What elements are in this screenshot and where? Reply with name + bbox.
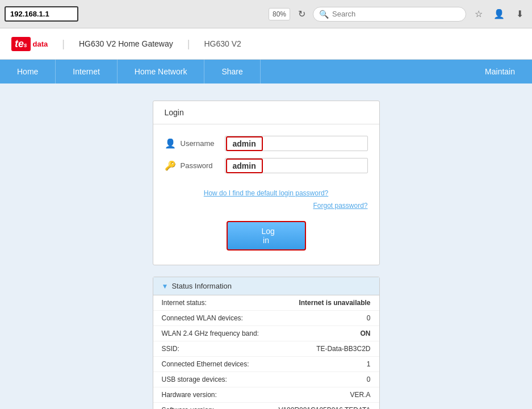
forgot-link[interactable]: Forgot password? xyxy=(313,202,367,210)
key-icon: 🔑 xyxy=(165,160,176,171)
username-label: Username xyxy=(181,139,220,148)
search-input[interactable] xyxy=(332,10,460,18)
search-bar-container: 🔍 xyxy=(313,7,466,22)
status-value: Internet is unavailable xyxy=(269,295,379,311)
username-row: 👤 Username admin xyxy=(165,136,368,151)
status-table: Internet status:Internet is unavailableC… xyxy=(153,295,379,409)
site-header: tes data | HG630 V2 Home Gateway | HG630… xyxy=(0,28,532,60)
status-label: Connected Ethernet devices: xyxy=(153,357,269,372)
status-value: ON xyxy=(269,326,379,341)
status-value: 0 xyxy=(269,311,379,326)
status-label: Internet status: xyxy=(153,295,269,311)
logo: tes data xyxy=(11,37,48,51)
address-bar[interactable]: 192.168.1.1 xyxy=(5,6,78,22)
header-divider2: | xyxy=(187,38,190,50)
zoom-indicator: 80% xyxy=(269,8,290,20)
header-model: HG630 V2 xyxy=(204,39,241,48)
username-badge: admin xyxy=(226,136,263,151)
help-link[interactable]: How do I find the default login password… xyxy=(204,189,328,197)
table-row: Connected WLAN devices:0 xyxy=(153,311,379,326)
status-value: 1 xyxy=(269,357,379,372)
status-label: Connected WLAN devices: xyxy=(153,311,269,326)
nav-maintain[interactable]: Maintain xyxy=(468,60,532,84)
bookmark-button[interactable]: ☆ xyxy=(471,6,487,22)
table-row: WLAN 2.4 GHz frequency band:ON xyxy=(153,326,379,341)
nav-bar: Home Internet Home Network Share Maintai… xyxy=(0,60,532,84)
login-header: Login xyxy=(153,101,379,124)
password-label: Password xyxy=(181,161,220,170)
header-divider: | xyxy=(62,38,65,50)
login-button[interactable]: Log in xyxy=(227,221,306,251)
table-row: Hardware version:VER.A xyxy=(153,387,379,403)
page-content: Login 👤 Username admin 🔑 Password admin xyxy=(0,84,532,409)
login-panel: Login 👤 Username admin 🔑 Password admin xyxy=(153,101,380,265)
login-body: 👤 Username admin 🔑 Password admin xyxy=(153,124,379,186)
table-row: SSID:TE-Data-BB3C2D xyxy=(153,341,379,357)
status-value: 0 xyxy=(269,372,379,387)
forgot-link-container: Forgot password? xyxy=(153,198,379,215)
status-label: SSID: xyxy=(153,341,269,357)
search-icon: 🔍 xyxy=(319,10,329,19)
profile-button[interactable]: 👤 xyxy=(491,6,507,22)
login-footer: Log in xyxy=(153,215,379,253)
browser-chrome: 192.168.1.1 80% ↻ 🔍 ☆ 👤 ⬇ xyxy=(0,0,532,28)
reload-button[interactable]: ↻ xyxy=(295,7,308,21)
table-row: Software version:V100R001C105B016 TEDATA xyxy=(153,403,379,410)
header-title: HG630 V2 Home Gateway xyxy=(79,39,173,48)
status-header: ▼ Status Information xyxy=(153,277,379,295)
table-row: USB storage devices:0 xyxy=(153,372,379,387)
status-label: Software version: xyxy=(153,403,269,410)
nav-home[interactable]: Home xyxy=(0,60,56,84)
nav-share[interactable]: Share xyxy=(204,60,260,84)
status-panel: ▼ Status Information Internet status:Int… xyxy=(153,277,380,409)
status-value: VER.A xyxy=(269,387,379,403)
password-badge: admin xyxy=(226,158,263,173)
help-link-container: How do I find the default login password… xyxy=(153,186,379,198)
password-row: 🔑 Password admin xyxy=(165,158,368,173)
status-label: USB storage devices: xyxy=(153,372,269,387)
nav-home-network[interactable]: Home Network xyxy=(118,60,205,84)
status-value: TE-Data-BB3C2D xyxy=(269,341,379,357)
status-header-label: Status Information xyxy=(171,282,232,290)
logo-data: data xyxy=(33,40,48,48)
logo-icon: tes xyxy=(11,37,31,51)
user-icon: 👤 xyxy=(165,138,176,149)
status-value: V100R001C105B016 TEDATA xyxy=(269,403,379,410)
nav-internet[interactable]: Internet xyxy=(56,60,117,84)
status-label: Hardware version: xyxy=(153,387,269,403)
download-button[interactable]: ⬇ xyxy=(512,6,527,22)
table-row: Internet status:Internet is unavailable xyxy=(153,295,379,311)
table-row: Connected Ethernet devices:1 xyxy=(153,357,379,372)
status-arrow-icon: ▼ xyxy=(162,282,169,290)
status-label: WLAN 2.4 GHz frequency band: xyxy=(153,326,269,341)
